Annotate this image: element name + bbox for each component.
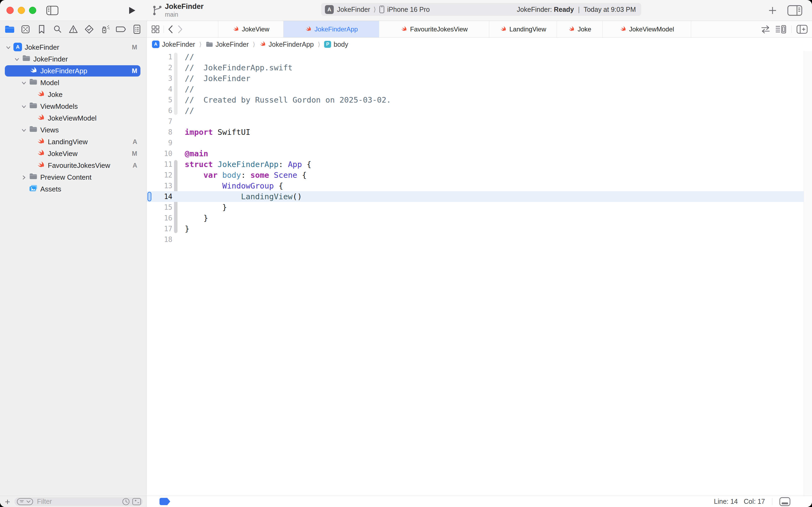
breadcrumb-item-jokefinder[interactable]: JokeFinder	[206, 41, 249, 48]
line-number[interactable]: 1	[147, 52, 172, 62]
tree-row-label: FavouriteJokesView	[48, 161, 110, 170]
minimap-icon[interactable]	[775, 25, 787, 34]
window-project-title: JokeFinder	[165, 2, 204, 11]
tab-bar: JokeViewJokeFinderAppFavouriteJokesViewL…	[147, 21, 812, 37]
disclosure-down-icon[interactable]	[21, 127, 27, 133]
folder-icon	[29, 78, 38, 86]
add-file-button[interactable]: +	[5, 497, 10, 506]
line-number[interactable]: 14	[147, 191, 172, 202]
line-number[interactable]: 11	[147, 159, 172, 170]
line-number[interactable]: 6	[147, 105, 172, 116]
toggle-right-sidebar-button[interactable]	[787, 5, 803, 16]
tree-row-assets[interactable]: Assets	[0, 183, 147, 195]
swap-editors-icon[interactable]	[761, 25, 770, 33]
close-window-button[interactable]	[6, 7, 14, 14]
tab-favouritejokesview[interactable]: FavouriteJokesView	[379, 21, 489, 37]
line-number[interactable]: 4	[147, 84, 172, 95]
disclosure-down-icon[interactable]	[21, 104, 27, 110]
tab-joke[interactable]: Joke	[557, 21, 602, 37]
line-number[interactable]: 12	[147, 170, 172, 180]
run-button[interactable]	[128, 6, 136, 14]
tab-jokeview[interactable]: JokeView	[218, 21, 284, 37]
line-number[interactable]: 17	[147, 223, 172, 234]
line-number[interactable]: 15	[147, 202, 172, 213]
minimize-window-button[interactable]	[18, 7, 25, 14]
line-number[interactable]: 8	[147, 127, 172, 137]
tab-jokeviewmodel[interactable]: JokeViewModel	[602, 21, 691, 37]
tree-row-jokefinder[interactable]: JokeFinder	[0, 53, 147, 65]
related-items-grid-icon[interactable]	[151, 25, 160, 34]
navigator-tests-diamond-icon[interactable]	[83, 23, 95, 35]
filter-options-icon[interactable]	[17, 498, 33, 505]
breadcrumb-item-jokefinder[interactable]: AJokeFinder	[152, 41, 195, 48]
navigator-reports-list-icon[interactable]	[131, 23, 143, 35]
tree-row-joke[interactable]: Joke	[0, 89, 147, 101]
toggle-left-sidebar-button[interactable]	[46, 6, 59, 15]
line-number[interactable]: 5	[147, 95, 172, 105]
folder-icon	[206, 41, 213, 48]
source-control-status-filter-icon[interactable]	[132, 498, 141, 505]
tree-row-label: JokeView	[48, 150, 77, 158]
split-editor-button[interactable]	[797, 25, 808, 34]
property-symbol-icon: P	[324, 41, 331, 48]
breakpoints-toggle[interactable]	[160, 498, 170, 505]
source-editor[interactable]: AJokeFinder⟩JokeFinder⟩JokeFinderApp⟩Pbo…	[147, 38, 812, 496]
editor-scrollbar-track[interactable]	[804, 51, 812, 496]
code-line-12: 12 var body: some Scene {	[147, 170, 804, 180]
line-number[interactable]: 10	[147, 148, 172, 159]
line-number[interactable]: 16	[147, 213, 172, 223]
activity-status-pill[interactable]: A JokeFinder ⟩ iPhone 16 Pro JokeFinder:…	[321, 3, 641, 16]
breadcrumb-item-body[interactable]: Pbody	[324, 41, 348, 48]
swift-icon	[37, 149, 45, 158]
line-number[interactable]: 9	[147, 137, 172, 148]
tab-landingview[interactable]: LandingView	[489, 21, 557, 37]
status-badge: M	[132, 150, 137, 157]
recent-files-clock-icon[interactable]	[122, 498, 130, 506]
add-item-button[interactable]	[768, 6, 777, 15]
navigator-search-icon[interactable]	[52, 23, 63, 35]
tree-row-label: Joke	[48, 91, 63, 99]
go-back-button[interactable]	[168, 25, 173, 34]
tree-row-landingview[interactable]: LandingViewA	[0, 136, 147, 148]
line-number[interactable]: 2	[147, 62, 172, 73]
line-number[interactable]: 3	[147, 73, 172, 84]
tab-label: Joke	[578, 25, 591, 33]
line-number[interactable]: 7	[147, 116, 172, 127]
filter-field[interactable]: Filter	[14, 497, 143, 506]
tree-row-viewmodels[interactable]: ViewModels	[0, 101, 147, 112]
disclosure-down-icon[interactable]	[21, 80, 27, 86]
line-number[interactable]: 13	[147, 180, 172, 191]
disclosure-right-icon[interactable]	[21, 175, 27, 180]
scheme-name[interactable]: JokeFinder	[337, 6, 370, 13]
tree-row-favouritejokesview[interactable]: FavouriteJokesViewA	[0, 160, 147, 171]
editor-layout-icon[interactable]	[779, 497, 791, 506]
zoom-window-button[interactable]	[29, 7, 36, 14]
tab-jokefinderapp[interactable]: JokeFinderApp	[284, 21, 379, 37]
tree-row-jokefinderapp[interactable]: JokeFinderAppM	[0, 65, 147, 77]
tree-row-jokeview[interactable]: JokeViewM	[0, 148, 147, 160]
tree-row-views[interactable]: Views	[0, 124, 147, 136]
navigator-bookmark-icon[interactable]	[36, 23, 48, 35]
tree-row-jokefinder[interactable]: AJokeFinderM	[0, 41, 147, 53]
code-line-4: 4//	[147, 84, 804, 95]
tab-label: LandingView	[509, 25, 546, 33]
window-branch-name: main	[165, 11, 178, 18]
tree-row-preview-content[interactable]: Preview Content	[0, 171, 147, 183]
breadcrumb-separator: ⟩	[317, 41, 320, 48]
property-icon: P	[324, 41, 331, 48]
navigator-debug-spray-icon[interactable]	[99, 23, 111, 35]
navigator-issues-warning-icon[interactable]	[67, 23, 79, 35]
navigator-breakpoints-tag-icon[interactable]	[115, 23, 127, 35]
tree-row-jokeviewmodel[interactable]: JokeViewModel	[0, 112, 147, 124]
navigator-project-folder-icon[interactable]	[4, 23, 15, 35]
navigator-source-control-square-icon[interactable]	[19, 23, 32, 35]
breadcrumb-item-jokefinderapp[interactable]: JokeFinderApp	[259, 41, 313, 48]
run-destination[interactable]: iPhone 16 Pro	[387, 6, 429, 13]
disclosure-down-icon[interactable]	[14, 56, 20, 62]
code-line-16: 16 }	[147, 213, 804, 223]
go-forward-button[interactable]	[177, 25, 183, 34]
disclosure-down-icon[interactable]	[5, 45, 11, 51]
tree-row-model[interactable]: Model	[0, 77, 147, 89]
line-number[interactable]: 18	[147, 234, 172, 245]
code-line-5: 5// Created by Russell Gordon on 2025-03…	[147, 95, 804, 105]
